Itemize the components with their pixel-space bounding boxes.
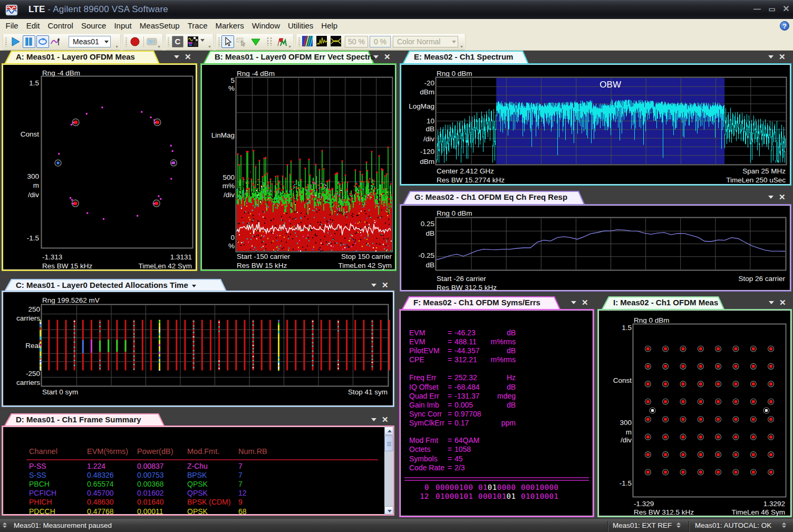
trace-window-tab-A[interactable]: A: Meas01 - Layer0 OFDM Meas xyxy=(4,51,160,64)
axis-label: /div xyxy=(224,191,235,199)
trace-window-tab-E[interactable]: E: Meas02 - Ch1 Spectrum xyxy=(402,51,529,64)
trace-close-icon[interactable]: ✕ xyxy=(779,54,786,60)
minimize-button[interactable]: — xyxy=(751,3,763,15)
toolbar-overflow-icon[interactable]: ▾ xyxy=(207,44,212,49)
allocation-bar-segment xyxy=(40,327,41,330)
trace-window-body-D[interactable]: ChannelEVM(%rms)Power(dB)Mod.Fmt.Num.RBP… xyxy=(2,425,394,516)
trace-collapse-icon[interactable] xyxy=(769,301,774,304)
trigger-icon[interactable] xyxy=(50,35,62,48)
trace-collapse-icon[interactable] xyxy=(174,55,179,59)
offset-percent-field[interactable]: 0 % xyxy=(370,36,391,47)
menu-input[interactable]: Input xyxy=(110,19,136,33)
toolbar-overflow-icon[interactable]: ▾ xyxy=(157,44,161,49)
scrollbar-up-icon[interactable] xyxy=(384,427,393,435)
constellation-point-red xyxy=(646,471,650,474)
toolbar-overflow-icon[interactable]: ▾ xyxy=(287,44,292,49)
trace-close-icon[interactable]: ✕ xyxy=(779,194,786,200)
trace-window-body-G[interactable]: Rng 0 dBm0.25dB-0.25dBStart -26 carrierS… xyxy=(400,204,791,292)
menu-source[interactable]: Source xyxy=(77,19,110,33)
allocation-bar-segment xyxy=(40,323,41,324)
restart-icon[interactable] xyxy=(36,35,49,48)
zoom-select-icon[interactable] xyxy=(235,35,248,48)
menu-utilities[interactable]: Utilities xyxy=(284,19,317,33)
trace-window-tab-B[interactable]: B: Meas01 - Layer0 OFDM Err Vect Spectru xyxy=(203,51,374,64)
trace-selector-dropdown-icon[interactable] xyxy=(192,285,196,287)
svg-text:C: C xyxy=(175,37,181,46)
toolbar-grip[interactable] xyxy=(5,37,7,46)
status-spinner-icon[interactable] xyxy=(782,523,787,528)
trace-window-body-C[interactable]: Rng 199.5262 mV250carriersReal-250carrie… xyxy=(2,291,394,407)
trace-percent-field[interactable]: 50 % xyxy=(345,36,368,47)
trace-close-icon[interactable]: ✕ xyxy=(382,417,389,423)
menu-file[interactable]: File xyxy=(2,19,22,33)
help-icon[interactable]: ? xyxy=(780,21,789,31)
trace-close-icon[interactable]: ✕ xyxy=(779,299,786,306)
menu-window[interactable]: Window xyxy=(248,19,284,33)
menu-meassetup[interactable]: MeasSetup xyxy=(136,19,183,33)
offset-bars-icon[interactable] xyxy=(263,35,276,48)
trace-window-tab-G[interactable]: G: Meas02 - Ch1 OFDM Eq Ch Freq Resp xyxy=(403,191,585,204)
trace-window-body-B[interactable]: Rng -4 dBm5%LinMag500m%/div0%Start -150 … xyxy=(200,63,396,271)
trace-window-tab-F[interactable]: F: Meas02 - Ch1 OFDM Syms/Errs xyxy=(402,296,560,309)
correction-icon[interactable]: C xyxy=(171,35,184,48)
trace-close-icon[interactable]: ✕ xyxy=(382,282,389,288)
menu-control[interactable]: Control xyxy=(44,19,77,33)
trace-window-body-I[interactable]: Rng 0 dBm1.5Const300m/div-1.5-1.3291.329… xyxy=(597,309,792,517)
marker-flag-icon[interactable] xyxy=(275,35,288,48)
menu-edit[interactable]: Edit xyxy=(22,19,44,33)
toolbar-grip[interactable] xyxy=(167,37,170,46)
trace-close-icon[interactable]: ✕ xyxy=(384,54,391,60)
axis-label: -1.5 xyxy=(620,479,632,487)
constellation-point-red xyxy=(752,347,755,351)
trace-collapse-icon[interactable] xyxy=(768,55,773,59)
toolbar-grip[interactable] xyxy=(218,37,220,46)
eye-diagram-icon[interactable] xyxy=(330,35,343,48)
toolbar-overflow-icon[interactable]: ▾ xyxy=(459,44,464,49)
trace-collapse-icon[interactable] xyxy=(371,284,376,287)
peak-marker-icon[interactable] xyxy=(249,35,262,48)
menu-help[interactable]: Help xyxy=(317,19,342,33)
readout-value: 0.005 xyxy=(454,401,473,409)
trace-close-icon[interactable]: ✕ xyxy=(185,54,191,60)
allocation-bar-stripe xyxy=(133,336,135,337)
trace-window-body-A[interactable]: Rng -4 dBm1.5Const300m/div-1.5-1.3131.31… xyxy=(2,63,197,271)
toolbar-grip[interactable] xyxy=(298,37,301,46)
scrollbar-down-icon[interactable] xyxy=(384,506,393,515)
color-mode-select[interactable]: Color Normal xyxy=(393,36,458,47)
record-icon[interactable] xyxy=(129,35,141,48)
toolbar-grip[interactable] xyxy=(125,37,128,46)
trace-window-body-F[interactable]: EVM=-46.23dBEVM=488.11m%rmsPilotEVM=-44.… xyxy=(399,309,594,517)
maximize-button[interactable]: ▭ xyxy=(766,3,778,15)
play-icon[interactable] xyxy=(9,35,22,48)
table-cell: 0.45700 xyxy=(87,489,114,497)
pause-icon[interactable] xyxy=(23,35,35,48)
allocation-bar-stripe xyxy=(312,325,314,326)
status-spinner-icon[interactable] xyxy=(676,523,681,528)
spectrogram-icon[interactable] xyxy=(302,35,314,48)
trace-window-tab-D[interactable]: D: Meas01 - Ch1 Frame Summary xyxy=(4,413,165,425)
layout-grid-icon[interactable] xyxy=(187,35,199,48)
trace-close-icon[interactable]: ✕ xyxy=(582,299,588,306)
close-button[interactable]: ✕ xyxy=(780,3,792,15)
trace-window-tab-I[interactable]: I: Meas02 - Ch1 OFDM Meas xyxy=(602,296,724,309)
binary-group: 00010101 xyxy=(478,492,516,500)
allocation-bar-segment xyxy=(159,366,160,369)
table-scrollbar[interactable] xyxy=(384,427,393,515)
pointer-icon[interactable] xyxy=(221,35,234,48)
constellation-point-red xyxy=(682,400,685,403)
trace-window-body-E[interactable]: Rng 0 dBmOBW-20dBmLogMag10dB/div-120dBmC… xyxy=(400,63,791,186)
measurement-select[interactable]: Meas01 xyxy=(69,36,111,47)
trace-collapse-icon[interactable] xyxy=(373,55,379,59)
constellation-point-red xyxy=(752,471,755,474)
scrollbar-thumb[interactable] xyxy=(384,436,393,451)
trace-collapse-icon[interactable] xyxy=(371,418,376,421)
trace-collapse-icon[interactable] xyxy=(768,196,773,199)
layout-dropdown-icon[interactable] xyxy=(200,39,205,42)
menu-markers[interactable]: Markers xyxy=(211,19,248,33)
status-spinner-icon[interactable] xyxy=(3,523,7,528)
toolbar-overflow-icon[interactable]: ▾ xyxy=(114,44,119,49)
trace-collapse-icon[interactable] xyxy=(571,301,576,304)
menu-trace[interactable]: Trace xyxy=(183,19,211,33)
spectrum-view-icon[interactable] xyxy=(316,35,328,48)
trace-window-tab-C[interactable]: C: Meas01 - Layer0 Detected Allocations … xyxy=(4,279,227,291)
